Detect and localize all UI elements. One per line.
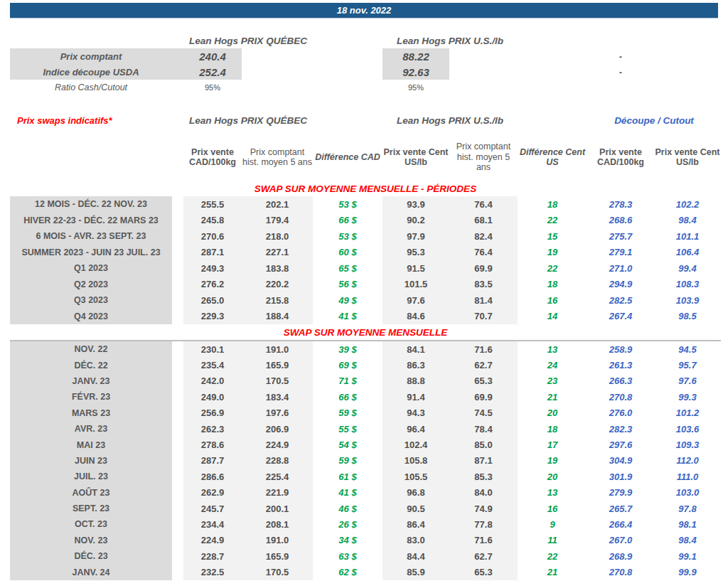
table-row: FÉVR. 23 249.0 183.4 66 $ 91.4 69.9 21 2…	[10, 389, 721, 405]
cell-prix-comptant-hist-cad: 170.5	[242, 373, 313, 389]
table-row: NOV. 23 224.9 191.0 34 $ 83.0 71.6 11 26…	[10, 533, 721, 548]
cell-cutout-cad: 282.5	[587, 292, 654, 309]
cell-cutout-cad: 270.8	[587, 389, 654, 405]
cell-difference-us: 20	[518, 405, 587, 421]
cell-cutout-us: 98.4	[654, 533, 721, 548]
cell-prix-vente-us: 86.4	[382, 516, 449, 532]
cell-difference-cad: 65 $	[313, 260, 382, 277]
cell-prix-comptant-hist-cad: 191.0	[242, 533, 313, 548]
cell-prix-vente-us: 101.5	[382, 277, 449, 293]
cell-prix-comptant-hist-us: 74.5	[449, 405, 518, 421]
row-label: JANV. 24	[10, 564, 172, 580]
cell-prix-comptant-hist-us: 70.7	[449, 309, 518, 325]
cell-prix-comptant-hist-us: 69.9	[449, 389, 518, 405]
spot-row-label: Ratio Cash/Cutout	[10, 80, 172, 95]
date-banner: 18 nov. 2022	[10, 3, 718, 18]
cell-prix-vente-cad: 229.3	[183, 309, 242, 325]
row-label: NOV. 23	[10, 533, 172, 548]
row-gap	[172, 485, 183, 501]
row-gap	[172, 548, 183, 564]
cell-prix-comptant-hist-cad: 206.9	[242, 421, 313, 437]
cell-difference-cad: 56 $	[313, 277, 382, 293]
cell-prix-vente-us: 105.8	[382, 453, 449, 469]
row-label: Q3 2023	[10, 292, 172, 309]
cell-prix-vente-cad: 265.0	[183, 292, 242, 309]
section-heading-mensuelle: SWAP SUR MOYENNE MENSUELLE	[10, 324, 721, 340]
cell-difference-cad: 41 $	[313, 309, 382, 325]
cell-difference-cad: 62 $	[313, 564, 382, 580]
cell-cutout-us: 106.4	[654, 245, 721, 261]
cell-difference-us: 22	[518, 260, 587, 277]
cell-prix-comptant-hist-us: 77.8	[449, 516, 518, 532]
cell-difference-cad: 55 $	[313, 421, 382, 437]
cell-cutout-us: 94.5	[654, 341, 721, 357]
column-headers: Prix vente CAD/100kg Prix comptant hist.…	[10, 134, 721, 181]
table-row: Q3 2023 265.0 215.8 49 $ 97.6 81.4 16 28…	[10, 292, 721, 309]
row-label: FÉVR. 23	[10, 389, 172, 405]
row-label: JANV. 23	[10, 373, 172, 389]
cell-prix-comptant-hist-us: 74.9	[449, 501, 518, 516]
column-header-cutout-cad: Prix vente CAD/100kg	[587, 134, 654, 181]
cell-prix-comptant-hist-cad: 191.0	[242, 341, 313, 357]
row-label: DÉC. 23	[10, 548, 172, 564]
row-label: Q2 2023	[10, 277, 172, 293]
cell-prix-vente-us: 86.3	[382, 357, 449, 373]
cell-difference-us: 23	[518, 373, 587, 389]
cell-prix-comptant-hist-us: 65.3	[449, 564, 518, 580]
cell-prix-vente-cad: 262.9	[183, 485, 242, 501]
cell-prix-vente-us: 83.0	[382, 533, 449, 548]
cell-prix-comptant-hist-us: 71.6	[449, 341, 518, 357]
row-gap	[172, 533, 183, 548]
spot-quebec-value: 240.4	[183, 48, 242, 64]
cell-prix-vente-cad: 287.1	[183, 245, 242, 261]
row-gap	[172, 405, 183, 421]
cell-prix-vente-cad: 232.5	[183, 564, 242, 580]
row-gap	[172, 341, 183, 357]
table-row: SEPT. 23 245.7 200.1 46 $ 90.5 74.9 16 2…	[10, 501, 721, 516]
row-gap	[172, 389, 183, 405]
cell-prix-comptant-hist-us: 71.6	[449, 533, 518, 548]
column-header-prix-vente-cad: Prix vente CAD/100kg	[183, 134, 242, 181]
cell-difference-cad: 53 $	[313, 228, 382, 245]
column-header-cutout-us: Prix vente Cent US/lb	[654, 134, 721, 181]
cell-cutout-cad: 304.9	[587, 453, 654, 469]
cell-prix-vente-us: 97.6	[382, 292, 449, 309]
cell-difference-cad: 63 $	[313, 548, 382, 564]
cell-prix-vente-cad: 262.3	[183, 421, 242, 437]
table-row: 6 MOIS - AVR. 23 SEPT. 23 270.6 218.0 53…	[10, 228, 721, 245]
cell-cutout-us: 98.4	[654, 213, 721, 229]
spot-row-indice-decoupe: Indice découpe USDA 252.4 92.63 -	[10, 64, 721, 80]
row-gap	[172, 48, 183, 64]
row-gap	[172, 292, 183, 309]
cell-prix-comptant-hist-us: 62.7	[449, 357, 518, 373]
cell-cutout-us: 108.3	[654, 277, 721, 293]
cell-difference-cad: 60 $	[313, 245, 382, 261]
cell-prix-vente-cad: 256.9	[183, 405, 242, 421]
column-header-prix-comptant-us: Prix comptant hist. moyen 5 ans	[449, 134, 518, 181]
cell-difference-cad: 46 $	[313, 501, 382, 516]
us-price-header: Lean Hogs PRIX U.S./lb	[382, 33, 518, 48]
cell-difference-us: 18	[518, 277, 587, 293]
row-gap	[172, 357, 183, 373]
cell-cutout-us: 111.0	[654, 469, 721, 484]
cell-difference-cad: 34 $	[313, 533, 382, 548]
cell-cutout-cad: 278.3	[587, 196, 654, 213]
cell-cutout-us: 109.3	[654, 437, 721, 452]
cell-cutout-us: 99.9	[654, 564, 721, 580]
cell-difference-us: 9	[518, 516, 587, 532]
row-label: Q4 2023	[10, 309, 172, 325]
cell-prix-vente-cad: 276.2	[183, 277, 242, 293]
cell-prix-vente-us: 91.5	[382, 260, 449, 277]
cell-cutout-cad: 268.9	[587, 548, 654, 564]
cell-cutout-cad: 297.6	[587, 437, 654, 452]
spot-row-label: Prix comptant	[10, 48, 172, 64]
cell-prix-comptant-hist-cad: 220.2	[242, 277, 313, 293]
cell-difference-cad: 66 $	[313, 213, 382, 229]
cell-difference-us: 11	[518, 533, 587, 548]
row-gap	[172, 64, 183, 80]
spot-dash	[587, 80, 654, 95]
row-label: AOÛT 23	[10, 485, 172, 501]
cell-cutout-us: 112.0	[654, 453, 721, 469]
cell-difference-us: 16	[518, 501, 587, 516]
cell-cutout-us: 99.1	[654, 548, 721, 564]
